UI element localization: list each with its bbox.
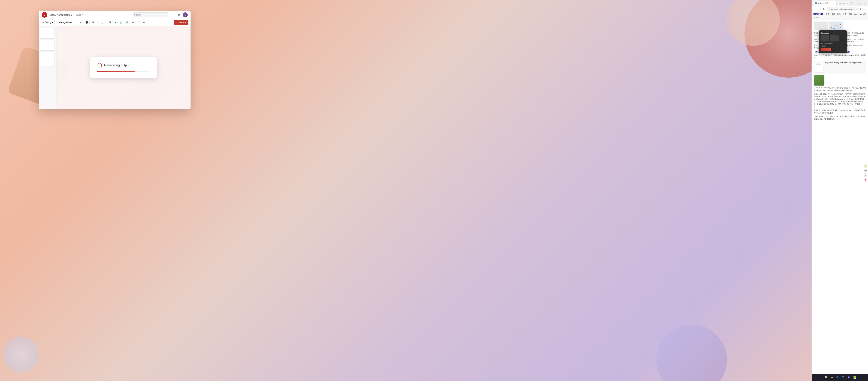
- side-icon-3[interactable]: ↗: [864, 173, 867, 177]
- taskbar-mail[interactable]: [841, 375, 846, 380]
- tab-close-1[interactable]: ✕: [832, 2, 835, 4]
- site-toolbar: 华尔街见闻 首页 文章 快讯 行情 直播 APP VIP会员 大师课: [812, 12, 868, 20]
- restore-button[interactable]: □: [858, 1, 862, 5]
- windows-taskbar: W: [811, 374, 868, 381]
- close-button[interactable]: ✕: [863, 1, 867, 5]
- nav-articles[interactable]: 文章: [831, 13, 836, 16]
- popup-item-1: ▣ 2 Copilot/设备@...: [820, 42, 845, 45]
- win-tile-red: [852, 376, 854, 377]
- doc-title: CafeAI Announcement: [50, 13, 72, 16]
- title-bar: C CafeAI Announcement · Saved ▾ ··· ⚙ U: [39, 10, 190, 19]
- win-tile-yellow: [855, 378, 856, 379]
- font-family-selector[interactable]: Georgia Pro ▾: [58, 20, 75, 25]
- page-thumbnail-3[interactable]: [40, 52, 54, 66]
- doc-line-2: [816, 63, 820, 64]
- bookmark-button[interactable]: ★: [859, 7, 862, 11]
- article-thumbnail-2: [829, 22, 843, 30]
- nav-home[interactable]: 首页: [825, 13, 830, 16]
- browser-nav: ‹ › ↻ ⚠ Not secure wallstreetcn.com/art.…: [812, 6, 868, 12]
- app-logo: C: [42, 12, 47, 18]
- share-button[interactable]: ↑ Share ▾: [174, 20, 188, 25]
- toolbar: ✏ Editing ▾ Georgia Pro ▾ 11 ▾ B I U 🖼 ⊞…: [39, 19, 190, 26]
- article-text-8: 「每次你需要一个电子表格，Copilot 就是一个初级分析师。你可以随时为他提供…: [814, 115, 866, 120]
- svg-line-1: [827, 378, 827, 378]
- tab-close-2[interactable]: ✕: [846, 2, 848, 4]
- page-thumbnail-2[interactable]: [40, 40, 54, 51]
- not-secure-icon: ⚠: [829, 8, 830, 10]
- bold-button[interactable]: B: [91, 20, 95, 25]
- svg-rect-5: [842, 377, 844, 378]
- back-button[interactable]: ‹: [813, 7, 817, 11]
- tab-label-1: Office AI"前沿定价", GF...: [818, 2, 831, 4]
- doc-line-3: [816, 64, 822, 65]
- svg-point-0: [825, 376, 827, 378]
- doc-preview-image: [815, 62, 824, 72]
- browser-content[interactable]: 企业版 Bing Chat 不仅可以完成例行专业类型的工作，而且能帮人们提升工作…: [812, 20, 868, 381]
- nav-app[interactable]: APP: [853, 13, 859, 15]
- page-thumbnail-1[interactable]: [40, 28, 54, 38]
- settings-button[interactable]: ⚙: [177, 12, 181, 17]
- minimize-button[interactable]: —: [854, 1, 858, 5]
- article-thumbnail-1: [814, 22, 828, 30]
- more-insert-button[interactable]: ⊕: [131, 20, 135, 25]
- doc-preview-card: Proposal to supply sustainable building …: [814, 61, 866, 73]
- nav-news[interactable]: 快讯: [836, 13, 841, 16]
- insert-chart-button[interactable]: 📊: [118, 20, 124, 25]
- browser-side-icons: 👍 💬 ↗ 🔖: [864, 164, 867, 182]
- popup-thumbnail-2: [830, 35, 839, 41]
- extensions-button[interactable]: ···: [863, 7, 867, 11]
- forward-button[interactable]: ›: [817, 7, 821, 11]
- italic-button[interactable]: I: [96, 20, 99, 25]
- browser-tabs: Office AI"前沿定价", GF... ✕ New Tab ✕ + — □…: [812, 0, 868, 6]
- taskbar-browser[interactable]: [835, 375, 840, 380]
- page-panel: [39, 26, 57, 109]
- more-options-button[interactable]: ···: [170, 12, 175, 17]
- win-tile-green: [855, 376, 856, 377]
- windows-logo[interactable]: [852, 376, 856, 379]
- taskbar-word[interactable]: W: [846, 375, 851, 380]
- popup-accent: [820, 48, 831, 51]
- generating-dialog: Generating output...: [90, 57, 157, 78]
- underline-button[interactable]: U: [100, 20, 104, 25]
- insert-table-button[interactable]: ⊞: [113, 20, 118, 25]
- shield-button[interactable]: 🛡: [136, 20, 141, 25]
- toolbar-separator-1: [56, 21, 56, 24]
- side-icon-2[interactable]: 💬: [864, 169, 867, 172]
- side-icon-4[interactable]: 🔖: [864, 178, 867, 182]
- font-size-selector[interactable]: 11 ▾: [76, 20, 85, 25]
- toolbar-more-button[interactable]: ···: [142, 20, 146, 25]
- article-header-images: [814, 22, 866, 30]
- insert-link-button[interactable]: 🔗: [125, 20, 130, 25]
- nav-market[interactable]: 行情: [842, 13, 847, 16]
- tab-favicon-1: [815, 2, 817, 4]
- browser-tab-active[interactable]: Office AI"前沿定价", GF... ✕: [813, 1, 837, 6]
- win-tile-blue: [852, 378, 854, 379]
- popup-label: 企业版 ·················: [820, 45, 845, 47]
- user-avatar[interactable]: U: [183, 12, 188, 17]
- nav-vip[interactable]: VIP会员: [859, 13, 867, 16]
- browser-tab-newtab[interactable]: New Tab ✕: [837, 1, 849, 6]
- taskbar-search[interactable]: [824, 375, 829, 380]
- document-canvas[interactable]: Generating output...: [57, 26, 190, 109]
- new-tab-button[interactable]: +: [849, 1, 853, 5]
- refresh-button[interactable]: ↻: [822, 7, 826, 11]
- taskbar-folder[interactable]: [829, 375, 834, 380]
- insert-image-button[interactable]: 🖼: [107, 20, 113, 25]
- side-icon-1[interactable]: 👍: [864, 164, 867, 168]
- text-color-picker[interactable]: [86, 21, 88, 24]
- nav-live[interactable]: 直播: [847, 13, 853, 16]
- article-text-7: 通常来说，你可以以此把它看作是一个插入式 ChatGPT，且拥有关于每个 Off…: [814, 109, 866, 114]
- address-bar[interactable]: ⚠ Not secure wallstreetcn.com/art...: [827, 7, 858, 11]
- doc-line-4: [816, 65, 820, 65]
- search-input[interactable]: [133, 12, 168, 17]
- saved-status: · Saved ▾: [74, 14, 83, 16]
- loading-spinner: [97, 63, 102, 68]
- toolbar-separator-3: [106, 21, 106, 24]
- editing-mode-button[interactable]: ✏ Editing ▾: [41, 20, 55, 25]
- popup-content: [820, 35, 845, 41]
- url-text: wallstreetcn.com/art...: [839, 8, 855, 10]
- popup-title: Enterprise: [820, 32, 845, 34]
- progress-bar-fill: [97, 71, 135, 72]
- nav-master[interactable]: 大师课: [813, 16, 820, 19]
- title-actions: ··· ⚙ U: [170, 12, 188, 17]
